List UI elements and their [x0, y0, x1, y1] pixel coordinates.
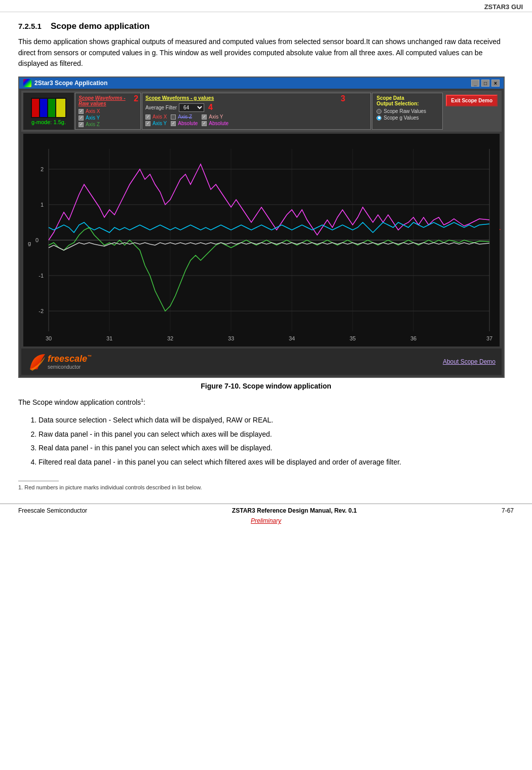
svg-rect-4 [56, 99, 65, 117]
svg-text:1: 1 [41, 202, 44, 208]
page-header: ZSTAR3 GUI [0, 0, 532, 12]
output-raw-option[interactable]: Scope Raw Values [376, 108, 438, 114]
output-title: Scope DataOutput Selection: [376, 95, 438, 106]
main-content: 7.2.5.1 Scope demo application This demo… [0, 12, 532, 495]
g-mode-label: g-mode: 1.5g. [31, 119, 66, 125]
section-title: Scope demo application [51, 21, 150, 31]
figure-caption: Figure 7-10. Scope window application [18, 382, 514, 390]
g-axis-abs2[interactable]: ✓ Absolute [202, 121, 229, 126]
svg-text:34: 34 [289, 335, 295, 341]
freescale-subtitle: semiconductor [48, 364, 92, 370]
svg-rect-2 [40, 99, 47, 117]
avg-filter-row: Average Filter 64 32 16 8 4 [145, 103, 367, 112]
panel-number-4: 4 [208, 103, 213, 112]
svg-text:2: 2 [41, 166, 44, 172]
svg-text:-1: -1 [39, 273, 44, 279]
freescale-swoosh [27, 352, 48, 372]
raw-y-checkbox[interactable]: ✓ [79, 115, 84, 121]
maximize-button[interactable]: □ [481, 80, 489, 87]
g-z-label: Axis Z [178, 114, 192, 120]
footer-page-number: 7-67 [502, 507, 514, 514]
logo-panel: g-mode: 1.5g. [23, 93, 74, 130]
raw-z-label: Axis Z [86, 122, 100, 127]
g-axis-y[interactable]: ✓ Axis Y [145, 121, 167, 126]
footnote: 1. Red numbers in picture marks individu… [18, 484, 514, 490]
svg-text:35: 35 [350, 335, 356, 341]
freescale-text-block: freescale™ semiconductor [48, 354, 92, 370]
exit-button[interactable]: Exit Scope Demo [446, 95, 498, 106]
app-icon [23, 79, 31, 87]
output-raw-label: Scope Raw Values [384, 108, 426, 114]
raw-panel-title: Scope Waveforms -Raw values [79, 95, 137, 106]
list-item-3: Real data panel - in this panel you can … [39, 442, 514, 454]
page-footer: Freescale Semiconductor ZSTAR3 Reference… [0, 504, 532, 517]
output-g-radio[interactable] [376, 115, 382, 121]
raw-values-panel: Scope Waveforms -Raw values 2 ✓ Axis X ✓… [75, 93, 141, 130]
svg-text:0: 0 [35, 237, 39, 243]
output-g-option[interactable]: Scope g Values [376, 115, 438, 121]
footer-doc-title: ZSTAR3 Reference Design Manual, Rev. 0.1 [232, 507, 357, 514]
g-axis-x[interactable]: ✓ Axis X [145, 114, 167, 120]
g-x2-checkbox[interactable]: ✓ [202, 114, 207, 120]
section-heading: 7.2.5.1 Scope demo application [18, 21, 514, 31]
minimize-button[interactable]: _ [471, 80, 479, 87]
output-panel: Scope DataOutput Selection: Scope Raw Va… [372, 93, 443, 130]
raw-y-label: Axis Y [86, 115, 100, 121]
g-abs2-label: Absolute [209, 121, 229, 126]
svg-text:31: 31 [106, 335, 112, 341]
numbered-list: Data source selection - Select which dat… [39, 414, 514, 469]
avg-filter-dropdown[interactable]: 64 32 16 8 [179, 103, 204, 112]
g-x-label: Axis X [153, 114, 167, 120]
list-item-1: Data source selection - Select which dat… [39, 414, 514, 427]
g-axes-list-2: Axis Z ✓ Absolute [171, 114, 198, 126]
titlebar-controls[interactable]: _ □ × [471, 80, 500, 87]
output-raw-radio[interactable] [376, 109, 382, 114]
panel-number-2: 2 [134, 94, 138, 103]
g-axis-x2[interactable]: ✓ Axis Y [202, 114, 229, 120]
freescale-logo-container: freescale™ semiconductor [27, 352, 92, 372]
g-y-label: Axis Y [153, 121, 167, 126]
section-number: 7.2.5.1 [18, 22, 42, 30]
raw-x-checkbox[interactable]: ✓ [79, 109, 84, 114]
g-abs-label: Absolute [178, 121, 198, 126]
app-logo [31, 98, 66, 118]
g-axes-list: ✓ Axis X ✓ Axis Y [145, 114, 167, 126]
document-title: ZSTAR3 GUI [484, 3, 523, 11]
g-values-panel: Scope Waveforms - g values 3 Average Fil… [142, 93, 371, 130]
footer-preliminary: Preliminary [0, 517, 532, 527]
body-text: This demo application shows graphical ou… [18, 36, 514, 69]
svg-text:37: 37 [486, 335, 492, 341]
footnote-separator [18, 481, 59, 481]
about-scope-demo-link[interactable]: About Scope Demo [443, 358, 496, 365]
g-x-checkbox[interactable]: ✓ [145, 114, 150, 120]
svg-text:32: 32 [167, 335, 173, 341]
raw-axes-list: ✓ Axis X ✓ Axis Y ✓ Axis Z [79, 108, 137, 127]
g-axis-abs[interactable]: ✓ Absolute [171, 121, 198, 126]
svg-rect-1 [32, 99, 39, 117]
list-item-4: Filtered real data panel - in this panel… [39, 456, 514, 469]
raw-z-checkbox[interactable]: ✓ [79, 122, 84, 127]
svg-text:g: g [28, 240, 31, 246]
g-abs-checkbox[interactable]: ✓ [171, 121, 176, 126]
raw-axis-z[interactable]: ✓ Axis Z [79, 122, 137, 127]
svg-text:33: 33 [228, 335, 234, 341]
close-button[interactable]: × [491, 80, 500, 87]
g-axis-z[interactable]: Axis Z [171, 114, 198, 120]
app-body: g-mode: 1.5g. Scope Waveforms -Raw value… [19, 89, 504, 377]
chart-area: 2 1 0 -1 -2 g 30 31 32 33 34 35 36 37 [23, 134, 500, 346]
g-abs2-checkbox[interactable]: ✓ [202, 121, 207, 126]
g-y-checkbox[interactable]: ✓ [145, 121, 150, 126]
svg-rect-3 [48, 99, 55, 117]
g-z-checkbox[interactable] [171, 114, 176, 120]
chart-svg: 2 1 0 -1 -2 g 30 31 32 33 34 35 36 37 [23, 134, 500, 346]
g-x2-label: Axis Y [209, 114, 223, 120]
raw-x-label: Axis X [86, 108, 100, 114]
raw-axis-x[interactable]: ✓ Axis X [79, 108, 137, 114]
exit-btn-container: Exit Scope Demo [444, 93, 500, 130]
avg-filter-label: Average Filter [145, 105, 177, 110]
app-screenshot: 2Star3 Scope Application _ □ × [18, 76, 505, 378]
radio-dot [378, 117, 381, 119]
intro-text: The Scope window application controls1: [18, 397, 514, 408]
raw-axis-y[interactable]: ✓ Axis Y [79, 115, 137, 121]
svg-text:36: 36 [410, 335, 416, 341]
